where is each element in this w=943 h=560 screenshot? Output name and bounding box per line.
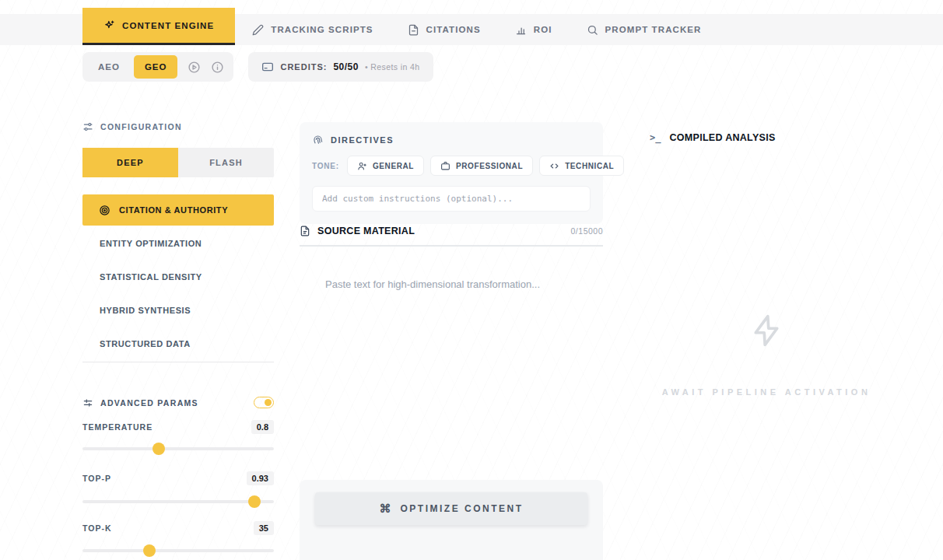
- sidebar-item-structured-data[interactable]: STRUCTURED DATA: [82, 339, 274, 348]
- bar-chart-icon: [515, 24, 527, 36]
- depth-option-flash[interactable]: FLASH: [178, 148, 274, 177]
- char-counter: 0/15000: [571, 226, 603, 236]
- sidebar-item-label: CITATION & AUTHORITY: [119, 205, 228, 215]
- directives-panel: DIRECTIVES TONE: GENERAL PROFESSIONAL: [300, 122, 603, 224]
- advanced-params-label: ADVANCED PARAMS: [100, 398, 198, 408]
- compiled-analysis-header: >_ COMPILED ANALYSIS: [650, 132, 776, 143]
- briefcase-icon: [440, 161, 450, 171]
- command-icon: ⌘: [380, 502, 391, 516]
- top-p-value: 0.93: [247, 471, 274, 485]
- temperature-slider[interactable]: [82, 447, 274, 450]
- tab-label: ROI: [534, 25, 552, 34]
- custom-instructions-input[interactable]: [312, 186, 591, 212]
- tone-row: TONE: GENERAL PROFESSIONAL TECHNICAL: [312, 156, 591, 176]
- temperature-label: TEMPERATURE: [82, 422, 152, 432]
- equalizer-icon: [82, 397, 93, 408]
- file-text-icon: [300, 226, 310, 236]
- credits-reset-note: • Resets in 4h: [365, 62, 420, 72]
- tone-label: TONE:: [312, 162, 339, 170]
- optimize-content-button[interactable]: ⌘ OPTIMIZE CONTENT: [315, 492, 587, 525]
- action-panel: ⌘ OPTIMIZE CONTENT: [300, 480, 603, 560]
- tone-button-technical[interactable]: TECHNICAL: [539, 156, 624, 176]
- mixer-sliders-icon: [82, 121, 93, 132]
- sidebar-divider: [82, 362, 274, 362]
- source-material-header: SOURCE MATERIAL 0/15000: [300, 226, 603, 247]
- search-icon: [587, 24, 598, 36]
- terminal-prompt-icon: >_: [650, 132, 661, 143]
- directives-label: DIRECTIVES: [331, 135, 394, 145]
- credits-value: 50/50: [333, 61, 359, 72]
- compiled-analysis-label: COMPILED ANALYSIS: [669, 132, 775, 143]
- top-k-slider[interactable]: [82, 549, 274, 552]
- sidebar-item-hybrid-synthesis[interactable]: HYBRID SYNTHESIS: [82, 306, 274, 315]
- sidebar-item-citation-authority[interactable]: CITATION & AUTHORITY: [82, 194, 274, 226]
- toggle-knob: [265, 399, 272, 406]
- temperature-value: 0.8: [251, 420, 274, 434]
- code-icon: [549, 161, 559, 171]
- top-p-label: TOP-P: [82, 474, 111, 483]
- slider-thumb[interactable]: [143, 544, 156, 557]
- fingerprint-icon: [312, 134, 324, 145]
- top-k-label: TOP-K: [82, 523, 111, 533]
- tone-button-label: PROFESSIONAL: [456, 162, 523, 170]
- target-icon: [99, 205, 110, 216]
- tab-roi[interactable]: ROI: [498, 14, 570, 45]
- top-k-value: 35: [254, 521, 274, 535]
- slider-thumb[interactable]: [152, 443, 165, 455]
- empty-state-message: AWAIT PIPELINE ACTIVATION: [650, 387, 883, 397]
- configuration-header: CONFIGURATION: [82, 121, 182, 132]
- tone-button-label: GENERAL: [373, 162, 414, 170]
- document-icon: [408, 24, 419, 36]
- credits-pill: CREDITS: 50/50 • Resets in 4h: [248, 52, 433, 82]
- tone-button-label: TECHNICAL: [565, 162, 614, 170]
- tab-citations[interactable]: CITATIONS: [391, 14, 498, 45]
- credits-label: CREDITS:: [280, 62, 327, 72]
- sidebar-item-statistical-density[interactable]: STATISTICAL DENSITY: [82, 272, 274, 282]
- user-plus-icon: [357, 161, 367, 171]
- advanced-params-toggle[interactable]: [254, 397, 274, 408]
- tab-label: CITATIONS: [426, 25, 481, 34]
- advanced-params-header: ADVANCED PARAMS: [82, 397, 274, 408]
- directives-header: DIRECTIVES: [312, 134, 591, 145]
- lightning-bolt-icon: [749, 313, 783, 348]
- source-material-textarea[interactable]: [300, 250, 603, 468]
- depth-option-deep[interactable]: DEEP: [82, 148, 178, 177]
- optimize-button-label: OPTIMIZE CONTENT: [401, 503, 524, 514]
- tone-button-professional[interactable]: PROFESSIONAL: [430, 156, 533, 176]
- slider-thumb[interactable]: [248, 495, 261, 508]
- output-column: >_ COMPILED ANALYSIS AWAIT PIPELINE ACTI…: [650, 0, 883, 560]
- tone-button-general[interactable]: GENERAL: [347, 156, 424, 176]
- sidebar-item-entity-optimization[interactable]: ENTITY OPTIMIZATION: [82, 239, 274, 248]
- source-material-label: SOURCE MATERIAL: [317, 226, 415, 236]
- sidebar: CONFIGURATION DEEP FLASH CITATION & AUTH…: [82, 0, 274, 560]
- tab-label: TRACKING SCRIPTS: [271, 25, 373, 34]
- top-p-slider[interactable]: [82, 500, 274, 503]
- configuration-label: CONFIGURATION: [100, 122, 182, 131]
- depth-toggle: DEEP FLASH: [82, 148, 274, 177]
